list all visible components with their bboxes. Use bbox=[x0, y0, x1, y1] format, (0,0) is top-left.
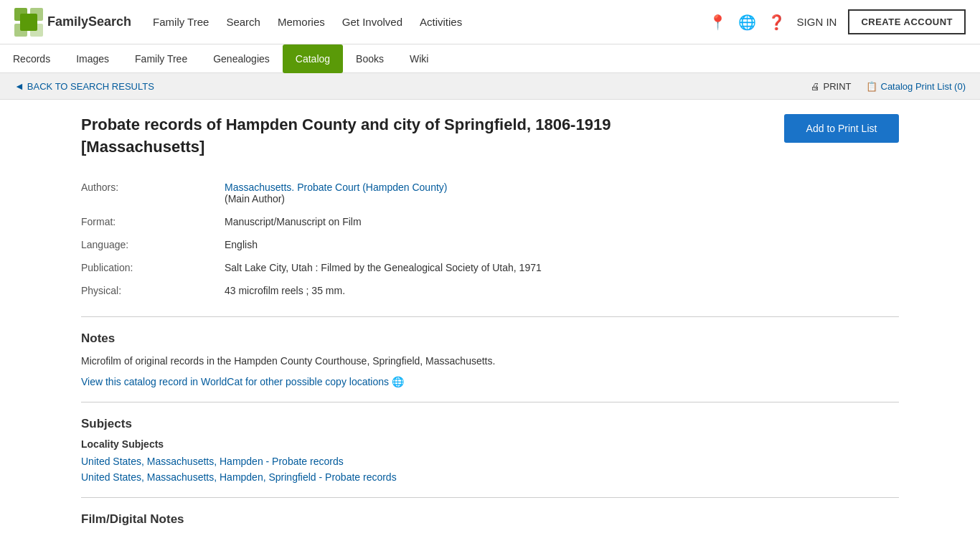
tab-books[interactable]: Books bbox=[343, 44, 397, 73]
primary-nav: Family Tree Search Memories Get Involved… bbox=[153, 13, 708, 31]
site-header: FamilySearch Family Tree Search Memories… bbox=[0, 0, 980, 44]
film-section: Film/Digital Notes bbox=[81, 512, 899, 527]
notes-section: Notes Microfilm of original records in t… bbox=[81, 331, 899, 387]
back-to-search-link[interactable]: ◄ BACK TO SEARCH RESULTS bbox=[14, 80, 154, 92]
main-content: Probate records of Hampden County and ci… bbox=[67, 100, 913, 548]
field-value-physical: 43 microfilm reels ; 35 mm. bbox=[225, 279, 899, 302]
worldcat-link[interactable]: View this catalog record in WorldCat for… bbox=[81, 376, 404, 387]
nav-memories[interactable]: Memories bbox=[278, 13, 325, 31]
field-value-publication: Salt Lake City, Utah : Filmed by the Gen… bbox=[225, 256, 899, 279]
print-link[interactable]: 🖨 PRINT bbox=[811, 81, 852, 92]
print-label: PRINT bbox=[824, 81, 852, 92]
field-label-publication: Publication: bbox=[81, 256, 225, 279]
printer-icon: 🖨 bbox=[811, 81, 820, 92]
header-right: 📍 🌐 ❓ SIGN IN CREATE ACCOUNT bbox=[709, 9, 966, 34]
notes-content: Microfilm of original records in the Ham… bbox=[81, 353, 899, 369]
tab-family-tree[interactable]: Family Tree bbox=[122, 44, 200, 73]
breadcrumb-actions: 🖨 PRINT 📋 Catalog Print List (0) bbox=[811, 81, 966, 92]
subjects-title: Subjects bbox=[81, 417, 899, 431]
nav-search[interactable]: Search bbox=[226, 13, 260, 31]
field-label-format: Format: bbox=[81, 210, 225, 233]
logo-text: FamilySearch bbox=[47, 14, 131, 29]
table-row: Publication: Salt Lake City, Utah : Film… bbox=[81, 256, 899, 279]
record-title: Probate records of Hampden County and ci… bbox=[81, 114, 669, 159]
nav-activities[interactable]: Activities bbox=[420, 13, 462, 31]
subject-link-2[interactable]: United States, Massachusetts, Hampden, S… bbox=[81, 471, 899, 483]
subject-link-1[interactable]: United States, Massachusetts, Hampden - … bbox=[81, 456, 899, 467]
locality-subjects-title: Locality Subjects bbox=[81, 438, 899, 450]
nav-family-tree[interactable]: Family Tree bbox=[153, 13, 209, 31]
logo-link[interactable]: FamilySearch bbox=[14, 8, 131, 37]
field-value-authors: Massachusetts. Probate Court (Hampden Co… bbox=[225, 176, 899, 210]
sign-in-link[interactable]: SIGN IN bbox=[797, 16, 837, 28]
field-label-language: Language: bbox=[81, 233, 225, 256]
field-value-language: English bbox=[225, 233, 899, 256]
list-icon: 📋 bbox=[866, 81, 877, 92]
logo-icon bbox=[14, 8, 43, 37]
add-to-print-button[interactable]: Add to Print List bbox=[784, 114, 899, 143]
location-icon[interactable]: 📍 bbox=[709, 14, 727, 31]
notes-title: Notes bbox=[81, 331, 899, 346]
table-row: Physical: 43 microfilm reels ; 35 mm. bbox=[81, 279, 899, 302]
author-role: (Main Author) bbox=[225, 193, 285, 204]
globe-icon[interactable]: 🌐 bbox=[738, 14, 756, 31]
worldcat-link-text: View this catalog record in WorldCat for… bbox=[81, 376, 389, 387]
tab-images[interactable]: Images bbox=[63, 44, 122, 73]
author-link[interactable]: Massachusetts. Probate Court (Hampden Co… bbox=[225, 182, 447, 193]
table-row: Authors: Massachusetts. Probate Court (H… bbox=[81, 176, 899, 210]
film-title: Film/Digital Notes bbox=[81, 512, 899, 527]
field-label-physical: Physical: bbox=[81, 279, 225, 302]
table-row: Format: Manuscript/Manuscript on Film bbox=[81, 210, 899, 233]
divider-1 bbox=[81, 316, 899, 317]
metadata-table: Authors: Massachusetts. Probate Court (H… bbox=[81, 176, 899, 302]
divider-2 bbox=[81, 402, 899, 402]
tab-records[interactable]: Records bbox=[0, 44, 63, 73]
catalog-print-label: Catalog Print List (0) bbox=[881, 81, 966, 92]
tab-catalog[interactable]: Catalog bbox=[283, 44, 343, 73]
svg-rect-4 bbox=[20, 14, 37, 31]
create-account-button[interactable]: CREATE ACCOUNT bbox=[848, 9, 966, 34]
help-icon[interactable]: ❓ bbox=[768, 14, 786, 31]
field-value-format: Manuscript/Manuscript on Film bbox=[225, 210, 899, 233]
chevron-left-icon: ◄ bbox=[14, 80, 24, 92]
tab-wiki[interactable]: Wiki bbox=[397, 44, 441, 73]
subjects-section: Subjects Locality Subjects United States… bbox=[81, 417, 899, 483]
secondary-nav: Records Images Family Tree Genealogies C… bbox=[0, 44, 980, 73]
catalog-print-link[interactable]: 📋 Catalog Print List (0) bbox=[866, 81, 966, 92]
table-row: Language: English bbox=[81, 233, 899, 256]
divider-3 bbox=[81, 497, 899, 498]
back-label: BACK TO SEARCH RESULTS bbox=[27, 81, 154, 92]
record-header: Probate records of Hampden County and ci… bbox=[81, 114, 899, 159]
tab-genealogies[interactable]: Genealogies bbox=[200, 44, 283, 73]
breadcrumb-bar: ◄ BACK TO SEARCH RESULTS 🖨 PRINT 📋 Catal… bbox=[0, 73, 980, 100]
field-label-authors: Authors: bbox=[81, 176, 225, 210]
nav-get-involved[interactable]: Get Involved bbox=[342, 13, 402, 31]
globe-small-icon: 🌐 bbox=[392, 376, 404, 387]
